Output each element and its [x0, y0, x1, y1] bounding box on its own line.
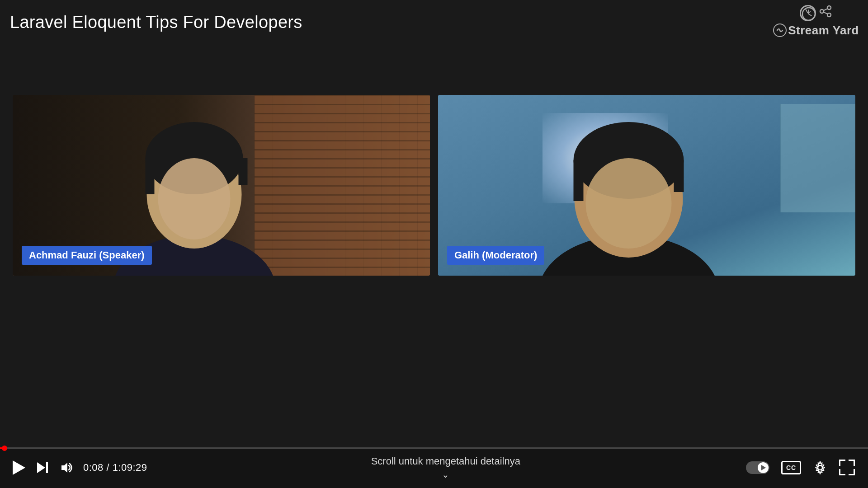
- volume-icon: [60, 461, 73, 474]
- current-time: 0:08: [83, 462, 104, 473]
- time-separator: /: [104, 462, 113, 473]
- video-title: Laravel Eloquent Tips For Developers: [10, 13, 302, 32]
- video-panels: Achmad Fauzi (Speaker): [13, 95, 855, 276]
- speaker-panel-left: Achmad Fauzi (Speaker): [13, 95, 430, 276]
- fullscreen-icon: [839, 460, 855, 476]
- speaker-panel-right: Galih (Moderator): [438, 95, 855, 276]
- progress-bar[interactable]: [0, 447, 868, 449]
- svg-point-4: [820, 9, 824, 13]
- svg-rect-13: [146, 158, 155, 194]
- streamyard-icon: [773, 23, 787, 38]
- skip-button[interactable]: [35, 460, 50, 475]
- toggle-knob: [758, 462, 769, 473]
- svg-rect-20: [574, 160, 584, 201]
- svg-point-24: [818, 465, 822, 470]
- svg-rect-14: [239, 158, 248, 185]
- volume-button[interactable]: [58, 459, 75, 476]
- total-time: 1:09:29: [113, 462, 147, 473]
- toggle-track: [746, 461, 769, 474]
- svg-marker-23: [61, 463, 67, 473]
- scroll-message: Scroll untuk mengetahui detailnya: [371, 455, 520, 467]
- settings-icon: [813, 460, 827, 475]
- toggle-play-icon: [761, 465, 766, 470]
- svg-line-2: [809, 14, 811, 16]
- center-message: Scroll untuk mengetahui detailnya ⌄: [147, 455, 744, 480]
- miniplayer-button[interactable]: [744, 460, 771, 476]
- svg-point-15: [158, 158, 231, 239]
- cc-icon: CC: [781, 461, 801, 474]
- svg-point-3: [827, 6, 831, 9]
- time-display: 0:08 / 1:09:29: [83, 462, 147, 474]
- clock-icon: [800, 5, 816, 21]
- speaker-right-label: Galih (Moderator): [447, 246, 544, 265]
- video-player: Laravel Eloquent Tips For Developers: [0, 0, 868, 488]
- share-icon: [819, 5, 832, 21]
- settings-button[interactable]: [811, 459, 829, 477]
- streamyard-watermark: Stream Yard: [773, 5, 859, 38]
- streamyard-logo: Stream Yard: [788, 23, 859, 38]
- cc-button[interactable]: CC: [779, 459, 803, 476]
- progress-dot: [2, 446, 7, 451]
- skip-icon: [37, 462, 48, 473]
- svg-point-5: [827, 13, 831, 17]
- play-icon: [13, 460, 25, 475]
- chevron-down-icon: ⌄: [442, 469, 449, 480]
- fullscreen-button[interactable]: [837, 458, 857, 478]
- speaker-left-label: Achmad Fauzi (Speaker): [22, 246, 152, 265]
- svg-rect-21: [674, 160, 684, 192]
- controls-bar: 0:08 / 1:09:29 Scroll untuk mengetahui d…: [0, 447, 868, 488]
- svg-point-22: [586, 158, 672, 249]
- svg-line-7: [823, 12, 827, 14]
- svg-line-6: [823, 9, 827, 11]
- play-button[interactable]: [11, 459, 27, 477]
